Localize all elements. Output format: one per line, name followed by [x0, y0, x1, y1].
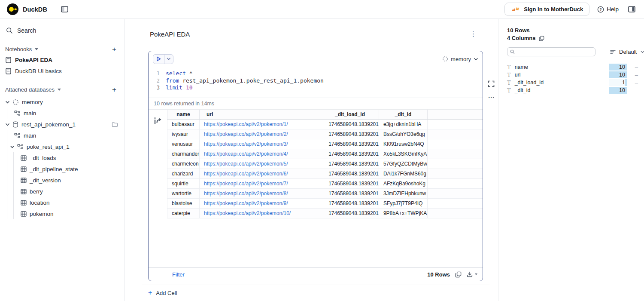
sidebar-item-notebook-duckdb-ui-basics[interactable]: DuckDB UI basics	[0, 65, 124, 77]
top-bar: DuckDB Sign in to MotherDuck ? Help	[0, 0, 644, 19]
run-cell-button[interactable]	[153, 55, 164, 64]
chevron-down-icon	[640, 49, 644, 54]
play-icon	[156, 56, 161, 61]
help-icon: ?	[597, 6, 604, 13]
table-icon	[21, 155, 27, 161]
title-divider	[148, 45, 483, 45]
databases-section-header[interactable]: Attached databases +	[0, 84, 124, 95]
column-header-url[interactable]: url	[200, 110, 321, 120]
copy-columns-button[interactable]	[539, 36, 544, 41]
column-null-dash: –	[627, 72, 638, 78]
url-link[interactable]: https://pokeapi.co/api/v2/pokemon/1/	[204, 121, 288, 127]
table-row: charmeleonhttps://pokeapi.co/api/v2/poke…	[167, 159, 483, 169]
distinct-count-bar: 10	[609, 71, 627, 78]
search-label: Search	[17, 27, 36, 34]
expand-cell-button[interactable]	[488, 80, 495, 87]
tree-item-table-dlt-version[interactable]: _dlt_version	[14, 175, 124, 186]
sidebar-toggle-icon[interactable]	[59, 4, 70, 15]
notebook-menu-kebab-icon[interactable]: ⋮	[470, 30, 477, 38]
url-link[interactable]: https://pokeapi.co/api/v2/pokemon/10/	[204, 210, 291, 216]
sidebar-item-notebook-pokeapi-eda[interactable]: PokeAPI EDA	[0, 54, 124, 65]
column-header-dlt-id[interactable]: _dlt_id	[379, 110, 427, 120]
attach-database-button[interactable]: +	[110, 85, 118, 94]
cell-more-options-button[interactable]: ⋯	[488, 93, 495, 101]
text-type-icon: T	[507, 64, 511, 71]
table-row: charmanderhttps://pokeapi.co/api/v2/poke…	[167, 149, 483, 159]
fullscreen-icon	[488, 80, 495, 87]
query-status: 10 rows returned in 14ms	[149, 98, 483, 110]
sql-editor[interactable]: 1 select * 2 from rest_api_pokemon_1.pok…	[149, 67, 483, 98]
filter-button[interactable]: Filter	[172, 271, 185, 278]
text-type-icon: T	[507, 87, 511, 94]
app-title: DuckDB	[23, 6, 47, 13]
table-icon	[21, 189, 27, 194]
text-cursor	[193, 85, 194, 90]
url-link[interactable]: https://pokeapi.co/api/v2/pokemon/7/	[204, 181, 288, 187]
memory-db-icon	[442, 56, 448, 62]
distinct-count-bar: 1	[609, 79, 627, 86]
line-number: 3	[149, 84, 160, 92]
run-options-button[interactable]	[164, 55, 173, 64]
results-area: name url _dlt_load_id _dlt_id bulbasaurh…	[149, 110, 483, 219]
plus-icon: +	[148, 289, 152, 296]
column-search	[507, 47, 595, 56]
column-header-dlt-load-id[interactable]: _dlt_load_id	[321, 110, 379, 120]
copy-results-button[interactable]	[455, 271, 462, 278]
tree-item-memory-main-schema[interactable]: main	[7, 108, 124, 119]
folder-icon[interactable]	[112, 122, 118, 127]
notebooks-section-header[interactable]: Notebooks +	[0, 44, 124, 54]
table-row: wartortlehttps://pokeapi.co/api/v2/pokem…	[167, 189, 483, 199]
table-icon	[21, 200, 27, 206]
column-search-input[interactable]	[507, 47, 595, 56]
help-button[interactable]: ? Help	[597, 6, 619, 13]
tree-item-table-berry[interactable]: berry	[14, 186, 124, 197]
chevron-down-icon	[10, 144, 15, 149]
table-row: venusaurhttps://pokeapi.co/api/v2/pokemo…	[167, 139, 483, 149]
search-button[interactable]: Search	[0, 25, 124, 36]
column-null-dash: –	[627, 87, 638, 94]
column-header-filler	[427, 110, 483, 120]
tree-item-table-dlt-loads[interactable]: _dlt_loads	[14, 152, 124, 163]
column-row-name[interactable]: T name 10 –	[507, 63, 638, 71]
add-notebook-button[interactable]: +	[110, 45, 118, 54]
pivot-icon[interactable]	[154, 117, 162, 219]
database-tree: memory main rest_api_pokemon_1	[0, 96, 124, 219]
column-row-url[interactable]: T url 10 –	[507, 71, 638, 79]
cell-database-selector[interactable]: memory	[442, 56, 478, 62]
tree-item-rest-main-schema[interactable]: main	[7, 130, 124, 141]
results-table: name url _dlt_load_id _dlt_id bulbasaurh…	[167, 110, 483, 219]
column-row-dlt-id[interactable]: T _dlt_id 10 –	[507, 86, 638, 94]
url-link[interactable]: https://pokeapi.co/api/v2/pokemon/4/	[204, 151, 288, 157]
add-cell-button[interactable]: + Add Cell	[148, 289, 177, 296]
url-link[interactable]: https://pokeapi.co/api/v2/pokemon/3/	[204, 141, 288, 147]
url-link[interactable]: https://pokeapi.co/api/v2/pokemon/5/	[204, 161, 288, 167]
table-icon	[21, 178, 27, 183]
column-row-dlt-load-id[interactable]: T _dlt_load_id 1 –	[507, 79, 638, 86]
column-header-name[interactable]: name	[167, 110, 200, 120]
svg-text:?: ?	[600, 7, 602, 12]
right-panel-toggle-icon[interactable]	[626, 4, 637, 15]
download-icon	[467, 271, 473, 277]
download-results-button[interactable]	[467, 271, 477, 277]
tree-item-db-rest-api-pokemon-1[interactable]: rest_api_pokemon_1	[0, 119, 124, 130]
chevron-down-icon	[5, 122, 10, 127]
column-sort-selector[interactable]: Default	[610, 49, 644, 55]
copy-icon	[455, 271, 462, 278]
table-row: caterpiehttps://pokeapi.co/api/v2/pokemo…	[167, 209, 483, 218]
url-link[interactable]: https://pokeapi.co/api/v2/pokemon/2/	[204, 131, 288, 137]
table-icon	[21, 166, 27, 172]
tree-item-table-pokemon[interactable]: pokemon	[14, 208, 124, 219]
tree-item-schema-poke-rest-api-1[interactable]: poke_rest_api_1	[7, 141, 124, 152]
table-row: squirtlehttps://pokeapi.co/api/v2/pokemo…	[167, 179, 483, 189]
tree-item-table-location[interactable]: location	[14, 197, 124, 208]
sign-in-motherduck-button[interactable]: Sign in to MotherDuck	[504, 3, 589, 16]
tree-item-db-memory[interactable]: memory	[0, 96, 124, 108]
tree-item-table-dlt-pipeline-state[interactable]: _dlt_pipeline_state	[14, 163, 124, 175]
url-link[interactable]: https://pokeapi.co/api/v2/pokemon/8/	[204, 190, 288, 197]
notebook-icon	[6, 57, 11, 63]
url-link[interactable]: https://pokeapi.co/api/v2/pokemon/9/	[204, 200, 288, 206]
chevron-down-icon	[475, 273, 477, 275]
chevron-down-icon	[5, 100, 10, 104]
table-row: blastoisehttps://pokeapi.co/api/v2/pokem…	[167, 199, 483, 209]
url-link[interactable]: https://pokeapi.co/api/v2/pokemon/6/	[204, 171, 288, 177]
